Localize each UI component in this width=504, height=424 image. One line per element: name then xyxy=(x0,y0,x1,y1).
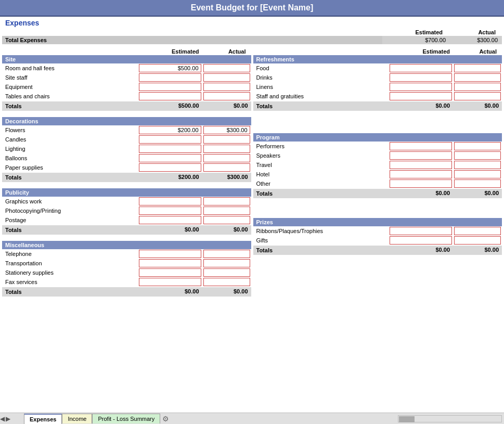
decorations-totals-row: Totals $200.00 $300.00 xyxy=(2,173,251,182)
table-row: Speakers xyxy=(253,151,502,160)
table-row: Flowers $200.00 $300.00 xyxy=(2,125,251,135)
prog-row1-actual[interactable] xyxy=(454,151,501,160)
ref-row2-actual[interactable] xyxy=(454,83,501,91)
prizes-section: Prizes Ribbons/Plaques/Trophies Gifts To… xyxy=(253,218,502,297)
pub-row2-actual[interactable] xyxy=(203,216,250,224)
site-totals-row: Totals $500.00 $0.00 xyxy=(2,101,251,111)
site-row2-estimated[interactable] xyxy=(139,83,201,91)
misc-row3-estimated[interactable] xyxy=(139,278,201,286)
site-row1-actual[interactable] xyxy=(203,73,250,82)
misc-row0-actual[interactable] xyxy=(203,250,250,258)
tab-navigation: Expenses Income Profit - Loss Summary ⚙ xyxy=(24,414,169,424)
dec-row3-actual[interactable] xyxy=(203,154,250,162)
prog-row1-estimated[interactable] xyxy=(390,151,452,160)
prog-row2-actual[interactable] xyxy=(454,161,501,169)
decorations-title: Decorations xyxy=(2,117,251,125)
table-row: Hotel xyxy=(253,170,502,179)
ref-row1-estimated[interactable] xyxy=(390,73,452,82)
table-row: Postage xyxy=(2,215,251,225)
ref-row0-estimated[interactable] xyxy=(390,64,452,72)
prog-row4-actual[interactable] xyxy=(454,179,501,188)
table-row: Other xyxy=(253,179,502,188)
table-row: Telephone xyxy=(2,249,251,259)
prize-row1-actual[interactable] xyxy=(454,236,501,245)
prog-row3-estimated[interactable] xyxy=(390,170,452,178)
dec-row4-actual[interactable] xyxy=(203,163,250,172)
prizes-totals-row: Totals $0.00 $0.00 xyxy=(253,246,502,255)
prog-total-actual: $0.00 xyxy=(454,189,501,198)
misc-row3-actual[interactable] xyxy=(203,278,250,286)
prize-row0-actual[interactable] xyxy=(454,227,501,235)
ref-row3-estimated[interactable] xyxy=(390,92,452,100)
table-row: Photocopying/Printing xyxy=(2,206,251,215)
ref-row1-actual[interactable] xyxy=(454,73,501,82)
site-row2-actual[interactable] xyxy=(203,83,250,91)
next-tab-arrow[interactable]: ▶ xyxy=(6,415,10,422)
prog-row3-actual[interactable] xyxy=(454,170,501,178)
actual-col-header: Actual xyxy=(448,29,500,35)
table-row: Graphics work xyxy=(2,197,251,206)
tab-nav-arrows[interactable]: ◀ ▶ xyxy=(0,415,10,422)
prize-total-actual: $0.00 xyxy=(454,246,501,254)
dec-row3-estimated[interactable] xyxy=(139,154,201,162)
dec-row2-actual[interactable] xyxy=(203,145,250,153)
dec-row1-estimated[interactable] xyxy=(139,135,201,144)
misc-row2-actual[interactable] xyxy=(203,268,250,277)
tab-income[interactable]: Income xyxy=(62,414,92,423)
program-title: Program xyxy=(253,133,502,142)
misc-row1-actual[interactable] xyxy=(203,259,250,267)
pub-row0-estimated[interactable] xyxy=(139,197,201,205)
pub-row2-estimated[interactable] xyxy=(139,216,201,224)
pub-row0-actual[interactable] xyxy=(203,197,250,205)
site-row3-actual[interactable] xyxy=(203,92,250,100)
table-row: Balloons xyxy=(2,153,251,163)
ref-row2-estimated[interactable] xyxy=(390,83,452,91)
pub-row1-estimated[interactable] xyxy=(139,207,201,215)
misc-row2-estimated[interactable] xyxy=(139,268,201,277)
site-total-actual: $0.00 xyxy=(203,102,250,110)
dec-row0-estimated[interactable]: $200.00 xyxy=(139,126,201,134)
dec-row2-estimated[interactable] xyxy=(139,145,201,153)
table-row: Gifts xyxy=(253,236,502,245)
decorations-section: Decorations Flowers $200.00 $300.00 Cand… xyxy=(2,117,251,182)
horizontal-scrollbar[interactable] xyxy=(169,415,504,422)
table-row: Room and hall fees $500.00 xyxy=(2,63,251,73)
prog-row0-estimated[interactable] xyxy=(390,142,452,150)
site-actual-header: Actual xyxy=(203,48,250,55)
ref-row0-actual[interactable] xyxy=(454,64,501,72)
prev-tab-arrow[interactable]: ◀ xyxy=(0,415,5,422)
dec-row0-actual[interactable]: $300.00 xyxy=(203,126,250,134)
tab-expenses[interactable]: Expenses xyxy=(24,414,62,424)
site-row1-estimated[interactable] xyxy=(139,73,201,82)
tab-options-icon[interactable]: ⚙ xyxy=(162,415,169,423)
misc-row0-estimated[interactable] xyxy=(139,250,201,258)
site-title: Site xyxy=(2,55,251,63)
ref-actual-header: Actual xyxy=(454,48,501,55)
estimated-col-header: Estimated xyxy=(380,29,448,35)
dec-row4-estimated[interactable] xyxy=(139,163,201,172)
page-title: Event Budget for [Event Name] xyxy=(191,3,314,12)
site-row0-estimated[interactable]: $500.00 xyxy=(139,64,201,72)
prize-row0-estimated[interactable] xyxy=(390,227,452,235)
pub-row1-actual[interactable] xyxy=(203,207,250,215)
expenses-header: Expenses xyxy=(2,17,502,29)
ref-total-estimated: $0.00 xyxy=(390,102,452,110)
site-row3-estimated[interactable] xyxy=(139,92,201,100)
dec-row1-actual[interactable] xyxy=(203,135,250,144)
prog-row4-estimated[interactable] xyxy=(390,179,452,188)
prize-row1-estimated[interactable] xyxy=(390,236,452,245)
prog-row2-estimated[interactable] xyxy=(390,161,452,169)
misc-row1-estimated[interactable] xyxy=(139,259,201,267)
ref-row3-actual[interactable] xyxy=(454,92,501,100)
site-estimated-header: Estimated xyxy=(141,48,203,55)
table-row: Performers xyxy=(253,142,502,151)
table-row: Stationery supplies xyxy=(2,268,251,277)
site-row0-actual[interactable] xyxy=(203,64,250,72)
prog-row0-actual[interactable] xyxy=(454,142,501,150)
table-row: Candles xyxy=(2,135,251,144)
tab-profit-loss[interactable]: Profit - Loss Summary xyxy=(92,414,160,423)
table-row: Equipment xyxy=(2,82,251,92)
pub-total-actual: $0.00 xyxy=(203,226,250,234)
prog-total-estimated: $0.00 xyxy=(390,189,452,198)
publicity-totals-row: Totals $0.00 $0.00 xyxy=(2,225,251,235)
